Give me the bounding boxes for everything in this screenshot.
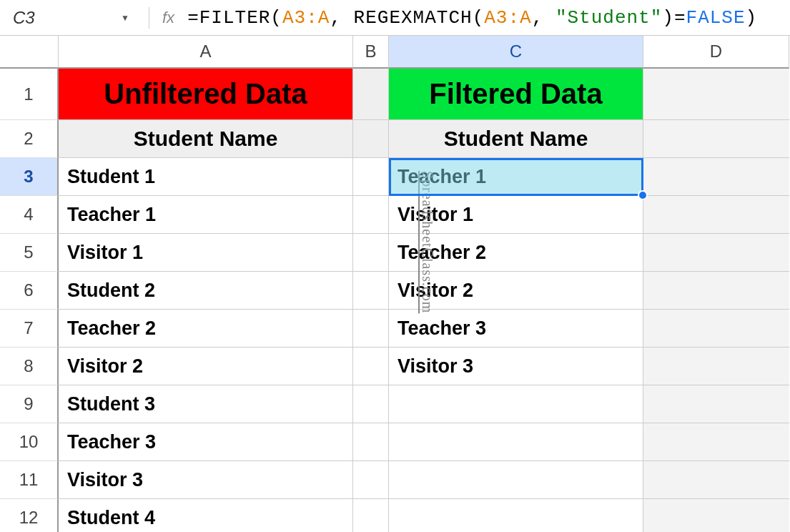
cell-C11[interactable] (389, 461, 643, 499)
row-header-6[interactable]: 6 (0, 272, 59, 310)
cell-D5[interactable] (643, 234, 789, 272)
cell-B5[interactable] (353, 234, 389, 272)
cell-B3[interactable] (353, 158, 389, 196)
cell-C7[interactable]: Teacher 3 (389, 310, 643, 348)
formula-input[interactable]: =FILTER(A3:A, REGEXMATCH(A3:A, "Student"… (187, 7, 757, 29)
cell-D8[interactable] (643, 348, 789, 385)
cell-A3[interactable]: Student 1 (59, 158, 353, 196)
cell-A8[interactable]: Visitor 2 (59, 348, 353, 385)
cell-B7[interactable] (353, 310, 389, 348)
cell-A4[interactable]: Teacher 1 (59, 196, 353, 234)
cell-B11[interactable] (353, 461, 389, 499)
row-header-4[interactable]: 4 (0, 196, 59, 234)
cell-D3[interactable] (643, 158, 789, 196)
row-header-5[interactable]: 5 (0, 234, 59, 272)
cell-C4[interactable]: Visitor 1 (389, 196, 643, 234)
cell-A1[interactable]: Unfiltered Data (59, 69, 353, 120)
row-header-3[interactable]: 3 (0, 158, 59, 196)
row-header-8[interactable]: 8 (0, 348, 59, 385)
cell-A10[interactable]: Teacher 3 (59, 423, 353, 461)
row-headers: 123456789101112 (0, 69, 59, 532)
cell-D10[interactable] (643, 423, 789, 461)
select-all-corner[interactable] (0, 36, 59, 69)
cell-D11[interactable] (643, 461, 789, 499)
cell-A6[interactable]: Student 2 (59, 272, 353, 310)
cell-D9[interactable] (643, 385, 789, 423)
cell-D7[interactable] (643, 310, 789, 348)
row-header-9[interactable]: 9 (0, 385, 59, 423)
cell-C8[interactable]: Visitor 3 (389, 348, 643, 385)
cell-A7[interactable]: Teacher 2 (59, 310, 353, 348)
row-header-12[interactable]: 12 (0, 499, 59, 532)
cell-B9[interactable] (353, 385, 389, 423)
cell-B10[interactable] (353, 423, 389, 461)
cell-B4[interactable] (353, 196, 389, 234)
cell-A5[interactable]: Visitor 1 (59, 234, 353, 272)
column-header-D[interactable]: D (643, 36, 789, 69)
cell-D4[interactable] (643, 196, 789, 234)
cell-A12[interactable]: Student 4 (59, 499, 353, 532)
cell-C12[interactable] (389, 499, 643, 532)
cell-C9[interactable] (389, 385, 643, 423)
cell-D6[interactable] (643, 272, 789, 310)
row-header-11[interactable]: 11 (0, 461, 59, 499)
cell-B6[interactable] (353, 272, 389, 310)
row-header-7[interactable]: 7 (0, 310, 59, 348)
fx-icon: fx (162, 9, 174, 27)
cell-A2[interactable]: Student Name (59, 120, 353, 158)
column-header-B[interactable]: B (353, 36, 389, 69)
name-box-dropdown-icon[interactable]: ▼ (114, 13, 136, 23)
cell-A11[interactable]: Visitor 3 (59, 461, 353, 499)
column-headers: ABCD (59, 36, 789, 69)
row-header-10[interactable]: 10 (0, 423, 59, 461)
name-box[interactable]: C3 (7, 8, 114, 28)
row-header-1[interactable]: 1 (0, 69, 59, 120)
cell-B8[interactable] (353, 348, 389, 385)
cell-C5[interactable]: Teacher 2 (389, 234, 643, 272)
cell-B12[interactable] (353, 499, 389, 532)
cell-B1[interactable] (353, 69, 389, 120)
column-header-A[interactable]: A (59, 36, 353, 69)
separator (149, 7, 149, 29)
column-header-C[interactable]: C (389, 36, 643, 69)
cell-C6[interactable]: Visitor 2 (389, 272, 643, 310)
cell-A9[interactable]: Student 3 (59, 385, 353, 423)
row-header-2[interactable]: 2 (0, 120, 59, 158)
cell-C1[interactable]: Filtered Data (389, 69, 643, 120)
cell-D12[interactable] (643, 499, 789, 532)
cell-C10[interactable] (389, 423, 643, 461)
cell-D1[interactable] (643, 69, 789, 120)
cell-C3[interactable]: Teacher 1 (389, 158, 643, 196)
sheet-area: ABCD 123456789101112 Unfiltered DataFilt… (0, 36, 790, 532)
grid[interactable]: Unfiltered DataFiltered DataStudent Name… (59, 69, 790, 532)
cell-D2[interactable] (643, 120, 789, 158)
cell-C2[interactable]: Student Name (389, 120, 643, 158)
cell-B2[interactable] (353, 120, 389, 158)
formula-bar: C3 ▼ fx =FILTER(A3:A, REGEXMATCH(A3:A, "… (0, 0, 790, 36)
